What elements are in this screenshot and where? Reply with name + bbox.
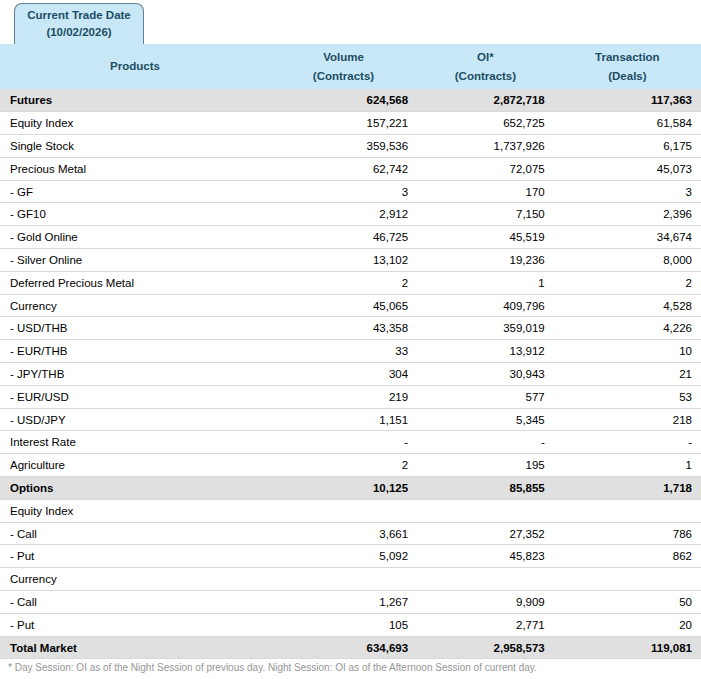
oi-cell: 1,737,926 [417, 135, 554, 158]
column-header-label: Transaction [554, 48, 701, 67]
deals-cell: 862 [554, 545, 701, 568]
oi-cell: 2,771 [417, 613, 554, 636]
volume-cell: 45,065 [270, 294, 417, 317]
table-row: - USD/JPY1,1515,345218 [0, 408, 701, 431]
product-cell: - Gold Online [0, 226, 270, 249]
oi-cell: 195 [417, 454, 554, 477]
table-row: Interest Rate--- [0, 431, 701, 454]
product-cell: Equity Index [0, 112, 270, 135]
table-row: Deferred Precious Metal212 [0, 271, 701, 294]
oi-cell: 7,150 [417, 203, 554, 226]
table-row: - Put1052,77120 [0, 613, 701, 636]
deals-cell: 218 [554, 408, 701, 431]
deals-cell: - [554, 431, 701, 454]
column-header-transaction: Transaction (Deals) [554, 44, 701, 89]
oi-cell: 577 [417, 385, 554, 408]
product-cell: - Put [0, 545, 270, 568]
table-row: - Put5,09245,823862 [0, 545, 701, 568]
volume-cell: 634,693 [270, 636, 417, 659]
volume-cell: 3,661 [270, 522, 417, 545]
product-cell: Agriculture [0, 454, 270, 477]
deals-cell: 21 [554, 363, 701, 386]
table-row: - EUR/USD21957753 [0, 385, 701, 408]
deals-cell: 50 [554, 591, 701, 614]
product-cell: - EUR/THB [0, 340, 270, 363]
deals-cell: 8,000 [554, 249, 701, 272]
oi-session-footnote: * Day Session: OI as of the Night Sessio… [0, 659, 701, 673]
table-row: Options10,12585,8551,718 [0, 477, 701, 500]
oi-cell [417, 568, 554, 591]
column-header-sub: (Contracts) [270, 67, 417, 86]
oi-cell: 5,345 [417, 408, 554, 431]
deals-cell: 3 [554, 180, 701, 203]
volume-cell: 46,725 [270, 226, 417, 249]
oi-cell [417, 499, 554, 522]
volume-cell: 624,568 [270, 89, 417, 112]
volume-cell: 304 [270, 363, 417, 386]
deals-cell: 61,584 [554, 112, 701, 135]
table-row: Precious Metal62,74272,07545,073 [0, 157, 701, 180]
product-cell: Precious Metal [0, 157, 270, 180]
oi-cell: 2,958,573 [417, 636, 554, 659]
column-header-sub: (Deals) [554, 67, 701, 86]
product-cell: Futures [0, 89, 270, 112]
oi-cell: - [417, 431, 554, 454]
deals-cell: 45,073 [554, 157, 701, 180]
oi-cell: 170 [417, 180, 554, 203]
oi-cell: 85,855 [417, 477, 554, 500]
product-cell: - USD/THB [0, 317, 270, 340]
volume-cell: 359,536 [270, 135, 417, 158]
oi-cell: 9,909 [417, 591, 554, 614]
table-row: - EUR/THB3313,91210 [0, 340, 701, 363]
oi-cell: 1 [417, 271, 554, 294]
volume-cell: 1,151 [270, 408, 417, 431]
product-cell: - USD/JPY [0, 408, 270, 431]
volume-cell: 2 [270, 454, 417, 477]
table-row: Equity Index157,221652,72561,584 [0, 112, 701, 135]
deals-cell: 119,081 [554, 636, 701, 659]
volume-cell: 3 [270, 180, 417, 203]
product-cell: - Call [0, 591, 270, 614]
table-body: Futures624,5682,872,718117,363Equity Ind… [0, 89, 701, 659]
table-row: - Call1,2679,90950 [0, 591, 701, 614]
table-row: Agriculture21951 [0, 454, 701, 477]
volume-cell: 1,267 [270, 591, 417, 614]
volume-cell: 5,092 [270, 545, 417, 568]
table-row: Single Stock359,5361,737,9266,175 [0, 135, 701, 158]
volume-cell [270, 499, 417, 522]
deals-cell: 2,396 [554, 203, 701, 226]
product-cell: - EUR/USD [0, 385, 270, 408]
table-row: - USD/THB43,358359,0194,226 [0, 317, 701, 340]
column-header-oi: OI* (Contracts) [417, 44, 554, 89]
volume-cell: 157,221 [270, 112, 417, 135]
column-header-sub: (Contracts) [417, 67, 554, 86]
deals-cell: 10 [554, 340, 701, 363]
tab-current-trade-date[interactable]: Current Trade Date (10/02/2026) [14, 3, 144, 44]
product-cell: Interest Rate [0, 431, 270, 454]
table-row: - GF31703 [0, 180, 701, 203]
volume-cell: 10,125 [270, 477, 417, 500]
product-cell: - Silver Online [0, 249, 270, 272]
table-row: Equity Index [0, 499, 701, 522]
table-row: - JPY/THB30430,94321 [0, 363, 701, 386]
table-row: - Gold Online46,72545,51934,674 [0, 226, 701, 249]
product-cell: - Put [0, 613, 270, 636]
table-row: Currency45,065409,7964,528 [0, 294, 701, 317]
product-cell: Total Market [0, 636, 270, 659]
product-cell: Currency [0, 294, 270, 317]
column-header-label: Products [0, 57, 270, 76]
table-row: Currency [0, 568, 701, 591]
product-cell: - GF10 [0, 203, 270, 226]
product-cell: Deferred Precious Metal [0, 271, 270, 294]
product-cell: Single Stock [0, 135, 270, 158]
deals-cell [554, 568, 701, 591]
volume-cell: 219 [270, 385, 417, 408]
product-cell: Equity Index [0, 499, 270, 522]
volume-cell: 2,912 [270, 203, 417, 226]
deals-cell: 117,363 [554, 89, 701, 112]
oi-cell: 2,872,718 [417, 89, 554, 112]
product-cell: - GF [0, 180, 270, 203]
volume-cell: 13,102 [270, 249, 417, 272]
volume-cell: - [270, 431, 417, 454]
table-row: - Silver Online13,10219,2368,000 [0, 249, 701, 272]
